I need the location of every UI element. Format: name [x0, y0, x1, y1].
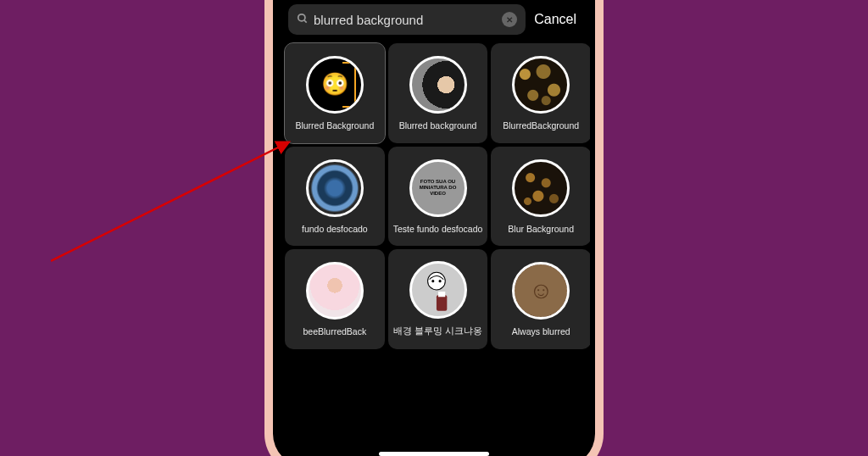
lens-icon [306, 159, 364, 217]
emoji-flushed-icon: 😳 [306, 56, 364, 114]
cancel-button[interactable]: Cancel [534, 12, 580, 27]
effect-card-8[interactable]: ☺Always blurred [491, 249, 590, 349]
effect-label: Always blurred [494, 326, 587, 336]
sketch-icon [409, 261, 467, 319]
svg-point-4 [431, 280, 434, 282]
effect-label: fundo desfocado [288, 224, 381, 234]
effect-card-1[interactable]: Blurred background [388, 43, 488, 143]
bokeh-icon [512, 56, 570, 114]
effect-label: Blurred Background [288, 120, 381, 131]
phone-screen: Select an effect ✕ Cancel 😳Blurred Backg… [278, 0, 590, 456]
effect-card-5[interactable]: Blur Background [491, 147, 590, 247]
home-indicator[interactable] [379, 452, 489, 456]
search-icon [297, 13, 309, 27]
search-box[interactable]: ✕ [288, 4, 526, 35]
effect-label: BlurredBackground [494, 120, 587, 131]
effect-card-6[interactable]: beeBlurredBack [285, 249, 385, 349]
clear-icon[interactable]: ✕ [502, 12, 517, 27]
effect-label: Blurred background [392, 120, 485, 131]
woman-icon [409, 56, 467, 114]
pink-icon [306, 262, 364, 320]
effect-card-3[interactable]: fundo desfocado [285, 147, 385, 247]
smiley-icon: ☺ [512, 262, 570, 320]
effect-card-2[interactable]: BlurredBackground [491, 43, 590, 143]
search-row: ✕ Cancel [283, 4, 585, 43]
effect-label: Blur Background [494, 224, 587, 234]
svg-point-3 [427, 273, 445, 291]
bokeh2-icon [512, 159, 570, 217]
text-thumb-icon: FOTO SUA OU MINIATURA DO VIDEO [409, 159, 467, 217]
search-input[interactable] [314, 13, 497, 27]
svg-point-5 [438, 280, 441, 282]
effect-label: 배경 블루밍 시크냐옹 [392, 325, 485, 337]
effect-card-4[interactable]: FOTO SUA OU MINIATURA DO VIDEOTeste fund… [388, 147, 488, 247]
svg-point-1 [298, 14, 305, 20]
effect-label: beeBlurredBack [288, 326, 381, 336]
svg-rect-7 [438, 292, 445, 297]
effect-card-0[interactable]: 😳Blurred Background [285, 43, 385, 143]
effects-grid: 😳Blurred BackgroundBlurred backgroundBlu… [283, 43, 585, 349]
effect-label: Teste fundo desfocado [392, 224, 485, 234]
svg-line-2 [304, 19, 307, 22]
effect-card-7[interactable]: 배경 블루밍 시크냐옹 [388, 249, 488, 349]
svg-rect-6 [436, 295, 446, 311]
phone-frame: Select an effect ✕ Cancel 😳Blurred Backg… [264, 0, 604, 456]
svg-line-0 [51, 142, 288, 261]
